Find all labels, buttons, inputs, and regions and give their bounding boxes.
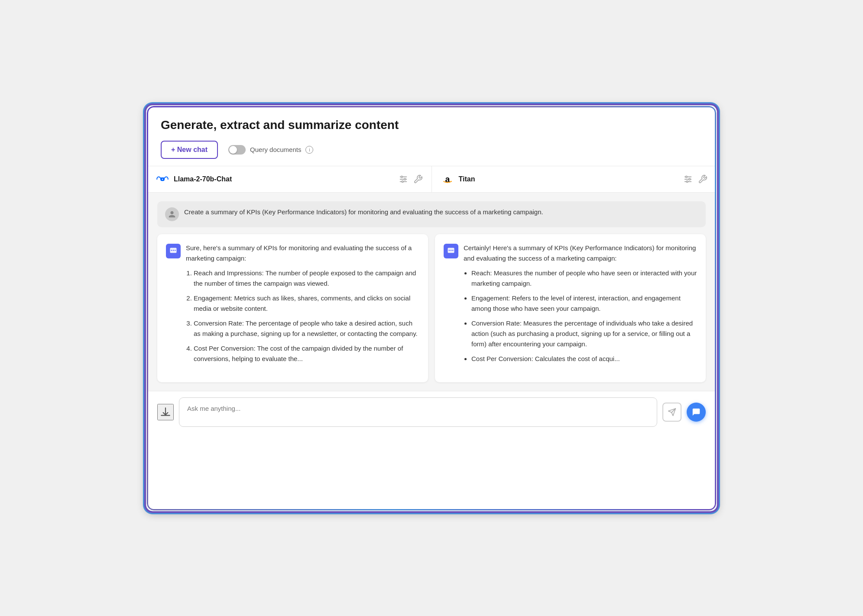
list-item: Conversion Rate: Measures the percentage… xyxy=(471,318,697,349)
svg-point-3 xyxy=(401,176,402,177)
amazon-logo-icon: a xyxy=(441,172,454,186)
new-chat-button[interactable]: + New chat xyxy=(161,141,218,159)
llama-wrench-icon[interactable] xyxy=(413,174,423,184)
titan-settings-icon[interactable] xyxy=(683,174,693,184)
info-icon[interactable]: i xyxy=(305,146,313,154)
svg-point-14 xyxy=(171,250,172,251)
model-panel-titan: a Titan xyxy=(432,166,717,192)
user-avatar xyxy=(165,207,179,221)
titan-response-header: Certainly! Here's a summary of KPIs (Key… xyxy=(444,243,697,368)
responses-row: Sure, here's a summary of KPIs for monit… xyxy=(157,234,706,382)
svg-point-19 xyxy=(451,250,452,251)
meta-logo-icon xyxy=(156,172,169,186)
list-item: Conversion Rate: The percentage of peopl… xyxy=(194,318,419,339)
models-row: Llama-2-70b-Chat xyxy=(147,166,716,193)
query-docs-toggle[interactable] xyxy=(228,145,246,155)
page-container: Generate, extract and summarize content … xyxy=(147,106,716,435)
svg-point-4 xyxy=(404,178,406,180)
titan-response-text: Certainly! Here's a summary of KPIs (Key… xyxy=(464,243,697,368)
llama-ai-icon xyxy=(166,244,181,258)
page-title: Generate, extract and summarize content xyxy=(161,118,702,132)
svg-point-16 xyxy=(175,250,176,251)
download-button[interactable] xyxy=(157,404,174,420)
llama-response-card: Sure, here's a summary of KPIs for monit… xyxy=(157,234,428,382)
model-panel-llama: Llama-2-70b-Chat xyxy=(147,166,432,192)
send-button[interactable] xyxy=(662,403,681,422)
input-row xyxy=(147,391,716,435)
list-item: Cost Per Conversion: The cost of the cam… xyxy=(194,343,419,364)
list-item: Cost Per Conversion: Calculates the cost… xyxy=(471,354,697,364)
user-message: Create a summary of KPIs (Key Performanc… xyxy=(157,201,706,227)
svg-point-5 xyxy=(402,181,403,182)
titan-wrench-icon[interactable] xyxy=(698,174,707,184)
titan-model-name: Titan xyxy=(459,175,679,183)
svg-point-20 xyxy=(452,250,454,251)
svg-point-10 xyxy=(686,176,688,177)
toolbar-row: + New chat Query documents i xyxy=(161,141,702,159)
query-docs-row: Query documents i xyxy=(228,145,313,155)
chat-area: Create a summary of KPIs (Key Performanc… xyxy=(147,193,716,391)
llama-model-icons xyxy=(399,174,423,184)
list-item: Reach and Impressions: The number of peo… xyxy=(194,268,419,289)
list-item: Engagement: Refers to the level of inter… xyxy=(471,293,697,314)
app-frame: Generate, extract and summarize content … xyxy=(146,105,717,512)
llama-response-header: Sure, here's a summary of KPIs for monit… xyxy=(166,243,419,368)
svg-point-18 xyxy=(449,250,450,251)
svg-point-11 xyxy=(689,178,691,180)
user-message-text: Create a summary of KPIs (Key Performanc… xyxy=(184,207,543,217)
query-docs-label: Query documents xyxy=(250,146,301,153)
svg-point-12 xyxy=(686,181,688,182)
llama-settings-icon[interactable] xyxy=(399,174,408,184)
titan-response-card: Certainly! Here's a summary of KPIs (Key… xyxy=(435,234,706,382)
svg-point-15 xyxy=(173,250,174,251)
llama-response-text: Sure, here's a summary of KPIs for monit… xyxy=(186,243,419,368)
chat-fab-button[interactable] xyxy=(687,403,706,422)
titan-model-icons xyxy=(683,174,707,184)
chat-input[interactable] xyxy=(179,397,657,427)
titan-ai-icon xyxy=(444,244,458,258)
list-item: Engagement: Metrics such as likes, share… xyxy=(194,293,419,314)
page-header: Generate, extract and summarize content … xyxy=(147,106,716,166)
llama-model-name: Llama-2-70b-Chat xyxy=(174,175,394,183)
list-item: Reach: Measures the number of people who… xyxy=(471,268,697,289)
